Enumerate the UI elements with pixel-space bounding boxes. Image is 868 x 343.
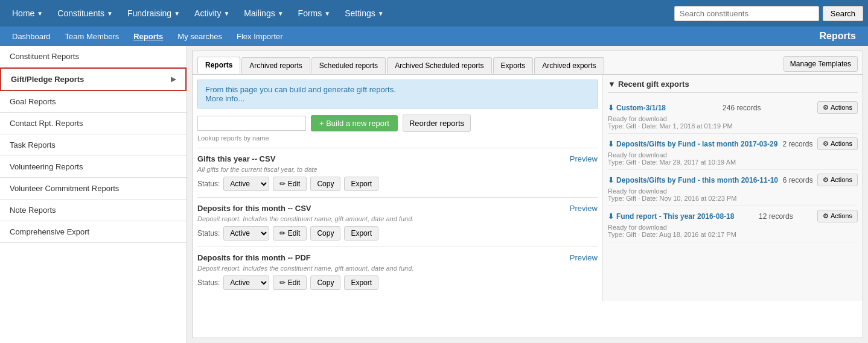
- report-3-export-button[interactable]: Export: [344, 275, 378, 290]
- subnav-reports[interactable]: Reports: [126, 28, 170, 45]
- sidebar-item-volunteering-reports[interactable]: Volunteering Reports: [0, 156, 187, 178]
- export-3-actions-button[interactable]: ⚙ Actions: [817, 174, 858, 186]
- download-icon-1: ⬇: [608, 104, 614, 112]
- subnav-flex-importer[interactable]: Flex Importer: [229, 28, 290, 45]
- nav-forms-label: Forms: [298, 8, 322, 18]
- main-layout: Constituent Reports Gift/Pledge Reports …: [0, 46, 868, 343]
- nav-constituents-label: Constituents: [57, 8, 104, 18]
- subnav-team-members[interactable]: Team Members: [58, 28, 127, 45]
- export-2-status: Ready for download: [608, 151, 858, 159]
- nav-activity-button[interactable]: Activity ▼: [187, 0, 237, 27]
- download-icon-4: ⬇: [608, 212, 614, 221]
- sidebar-label-gift-pledge-reports: Gift/Pledge Reports: [11, 75, 84, 84]
- sidebar-label-volunteer-commitment-reports: Volunteer Commitment Reports: [10, 184, 119, 193]
- sub-nav: Dashboard Team Members Reports My search…: [0, 27, 868, 46]
- nav-home-button[interactable]: Home ▼: [5, 0, 50, 27]
- export-4-name: Fund report - This year 2016-08-18: [616, 212, 734, 221]
- nav-settings-button[interactable]: Settings ▼: [337, 0, 391, 27]
- nav-constituents-arrow-icon: ▼: [107, 10, 113, 17]
- sidebar-item-gift-pledge-reports[interactable]: Gift/Pledge Reports ▶: [0, 68, 187, 91]
- report-2-actions-row: Status: Active Inactive ✏ Edit Copy Expo…: [197, 226, 598, 241]
- report-2-desc: Deposit report. Includes the constituent…: [197, 215, 598, 222]
- tab-archived-reports[interactable]: Archived reports: [241, 57, 310, 74]
- subnav-dashboard[interactable]: Dashboard: [5, 28, 58, 45]
- sidebar-item-comprehensive-export[interactable]: Comprehensive Export: [0, 221, 187, 243]
- report-2-edit-button[interactable]: ✏ Edit: [273, 226, 307, 241]
- lookup-input[interactable]: [197, 116, 306, 131]
- build-new-report-button[interactable]: + Build a new report: [311, 115, 398, 131]
- search-row: + Build a new report Reorder reports: [197, 115, 598, 132]
- search-input[interactable]: [674, 6, 819, 21]
- tab-archived-scheduled-reports[interactable]: Archived Scheduled reports: [387, 57, 491, 74]
- report-1-status-label: Status:: [197, 180, 220, 188]
- two-col-layout: From this page you can build and generat…: [193, 75, 863, 301]
- report-1-status-select[interactable]: Active Inactive: [223, 177, 269, 191]
- export-3-meta: Type: Gift · Date: Nov 10, 2016 at 02:23…: [608, 195, 858, 202]
- info-box-link[interactable]: More info...: [205, 94, 244, 103]
- subnav-my-searches[interactable]: My searches: [170, 28, 229, 45]
- nav-home-label: Home: [12, 8, 34, 18]
- export-4-link[interactable]: ⬇ Fund report - This year 2016-08-18: [608, 212, 734, 221]
- export-entry-1: ⬇ Custom-3/1/18 246 records ⚙ Actions Re…: [608, 98, 858, 134]
- report-1-copy-button[interactable]: Copy: [310, 177, 340, 191]
- report-1-export-button[interactable]: Export: [344, 177, 378, 191]
- report-3-edit-button[interactable]: ✏ Edit: [273, 275, 307, 290]
- export-1-actions-button[interactable]: ⚙ Actions: [817, 101, 858, 114]
- tab-reports[interactable]: Reports: [197, 57, 240, 74]
- sidebar: Constituent Reports Gift/Pledge Reports …: [0, 46, 187, 343]
- sidebar-label-constituent-reports: Constituent Reports: [10, 52, 79, 61]
- report-1-preview-link[interactable]: Preview: [570, 154, 598, 163]
- tab-exports[interactable]: Exports: [493, 57, 534, 74]
- report-2-status-select[interactable]: Active Inactive: [223, 226, 269, 241]
- report-2-status-label: Status:: [197, 229, 220, 238]
- report-3-copy-button[interactable]: Copy: [310, 275, 340, 290]
- sidebar-label-contact-rpt-reports: Contact Rpt. Reports: [10, 119, 83, 128]
- nav-fundraising-button[interactable]: Fundraising ▼: [120, 0, 187, 27]
- report-1-name: Gifts this year -- CSV: [197, 154, 275, 163]
- report-1-desc: All gifts for the current fiscal year, t…: [197, 166, 598, 173]
- nav-settings-label: Settings: [345, 8, 375, 18]
- sidebar-item-note-reports[interactable]: Note Reports: [0, 200, 187, 221]
- report-2-export-button[interactable]: Export: [344, 226, 378, 241]
- export-1-link[interactable]: ⬇ Custom-3/1/18: [608, 104, 666, 112]
- sidebar-item-goal-reports[interactable]: Goal Reports: [0, 91, 187, 113]
- report-3-title-row: Deposits for this month -- PDF Preview: [197, 253, 598, 262]
- sidebar-item-task-reports[interactable]: Task Reports: [0, 134, 187, 156]
- nav-mailings-button[interactable]: Mailings ▼: [237, 0, 290, 27]
- report-1-edit-button[interactable]: ✏ Edit: [273, 177, 307, 191]
- report-2-preview-link[interactable]: Preview: [570, 204, 598, 213]
- report-2-copy-button[interactable]: Copy: [310, 226, 340, 241]
- report-entry-1: Gifts this year -- CSV Preview All gifts…: [197, 148, 598, 197]
- report-2-title-row: Deposits for this month -- CSV Preview: [197, 204, 598, 213]
- content-area: Reports Archived reports Scheduled repor…: [192, 51, 863, 338]
- export-4-actions-button[interactable]: ⚙ Actions: [817, 210, 858, 222]
- search-button[interactable]: Search: [823, 6, 863, 21]
- nav-mailings-label: Mailings: [244, 8, 275, 18]
- export-2-actions-button[interactable]: ⚙ Actions: [817, 137, 858, 150]
- nav-activity-arrow-icon: ▼: [223, 10, 229, 17]
- lookup-label: Lookup reports by name: [197, 134, 598, 142]
- reorder-reports-button[interactable]: Reorder reports: [403, 115, 471, 132]
- report-1-actions-row: Status: Active Inactive ✏ Edit Copy Expo…: [197, 177, 598, 191]
- report-3-status-select[interactable]: Active Inactive: [223, 275, 269, 290]
- sidebar-item-constituent-reports[interactable]: Constituent Reports: [0, 46, 187, 68]
- export-3-link[interactable]: ⬇ Deposits/Gifts by Fund - this month 20…: [608, 176, 778, 184]
- nav-forms-button[interactable]: Forms ▼: [291, 0, 338, 27]
- info-box-line1: From this page you can build and generat…: [205, 85, 590, 94]
- tab-archived-exports[interactable]: Archived exports: [534, 57, 604, 74]
- export-2-link[interactable]: ⬇ Deposits/Gifts by Fund - last month 20…: [608, 140, 777, 148]
- download-icon-3: ⬇: [608, 176, 614, 184]
- tab-scheduled-reports[interactable]: Scheduled reports: [311, 57, 386, 74]
- report-3-preview-link[interactable]: Preview: [570, 253, 598, 262]
- report-3-actions-row: Status: Active Inactive ✏ Edit Copy Expo…: [197, 275, 598, 290]
- search-area: Search: [674, 6, 863, 21]
- sidebar-label-goal-reports: Goal Reports: [10, 97, 56, 106]
- report-1-title-row: Gifts this year -- CSV Preview: [197, 154, 598, 163]
- sidebar-item-volunteer-commitment-reports[interactable]: Volunteer Commitment Reports: [0, 178, 187, 200]
- nav-constituents-button[interactable]: Constituents ▼: [50, 0, 120, 27]
- manage-templates-button[interactable]: Manage Templates: [783, 56, 858, 72]
- sidebar-item-contact-rpt-reports[interactable]: Contact Rpt. Reports: [0, 113, 187, 134]
- export-entry-4: ⬇ Fund report - This year 2016-08-18 12 …: [608, 206, 858, 242]
- left-column: From this page you can build and generat…: [193, 75, 603, 301]
- export-1-meta: Type: Gift · Date: Mar 1, 2018 at 01:19 …: [608, 122, 858, 130]
